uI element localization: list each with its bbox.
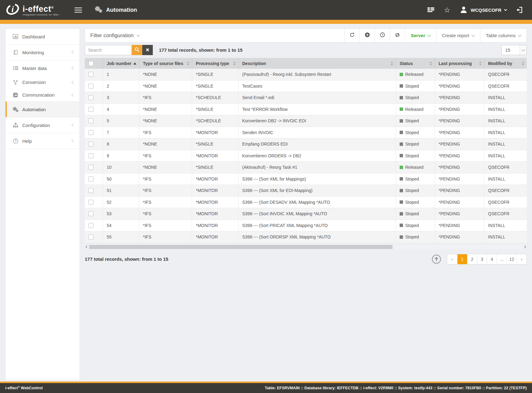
table-row[interactable]: 53*IFS*MONITORS398 --- (Sort INVOIC XML … xyxy=(85,208,527,220)
column-header-description[interactable]: Description xyxy=(238,58,396,69)
table-row[interactable]: 4*NONE*SINGLETest *ERROR WorkflowRelease… xyxy=(85,104,527,116)
filter-configuration-menu[interactable]: Filter configuration xyxy=(85,33,139,39)
row-checkbox[interactable] xyxy=(88,84,93,89)
row-checkbox[interactable] xyxy=(88,72,93,77)
cell-job-number: 52 xyxy=(103,197,139,208)
cell-source-type: *IFS xyxy=(139,197,192,208)
table-row[interactable]: 54*IFS*MONITORS398 --- (Sort PRICAT XML … xyxy=(85,220,527,232)
page-button-12[interactable]: 12 xyxy=(507,254,517,264)
sidebar-item-conversion[interactable]: Conversion xyxy=(6,76,79,89)
user-menu[interactable]: WCQSECOFR xyxy=(460,6,507,14)
row-checkbox[interactable] xyxy=(88,118,93,123)
add-button[interactable] xyxy=(359,29,375,42)
search-button[interactable] xyxy=(132,45,142,55)
column-header-modified-by[interactable]: Modified by xyxy=(484,58,527,69)
next-page-button[interactable]: › xyxy=(517,254,526,264)
table-row[interactable]: 5*NONE*SCHEDULEKonvertieren DB2 -> INVOI… xyxy=(85,115,527,127)
row-checkbox[interactable] xyxy=(88,223,93,228)
table-row[interactable]: 3*IFS*SCHEDULESend Email *.ediStoped*PEN… xyxy=(85,92,527,104)
hamburger-icon[interactable] xyxy=(75,6,82,14)
logout-icon[interactable] xyxy=(516,6,523,14)
row-checkbox[interactable] xyxy=(88,177,93,181)
communication-icon xyxy=(12,93,19,98)
cell-description: Empfang ORDERS EDI xyxy=(238,138,396,150)
app-logo[interactable]: i i-effect® integrated solutions for IBM… xyxy=(0,2,70,18)
table-row[interactable]: 10*NONE*SINGLE(Aktivaufruf) - Reorg Task… xyxy=(85,162,527,173)
previous-page-button[interactable]: ‹ xyxy=(447,254,457,264)
clear-search-button[interactable] xyxy=(142,45,153,55)
scrollbar-track[interactable] xyxy=(89,245,522,249)
scroll-left-icon[interactable] xyxy=(85,246,89,248)
scroll-right-icon[interactable] xyxy=(522,246,527,248)
cell-job-number: 50 xyxy=(103,173,139,185)
row-checkbox[interactable] xyxy=(88,200,93,205)
sidebar-item-help[interactable]: ? Help xyxy=(6,133,79,149)
row-checkbox[interactable] xyxy=(88,107,93,112)
select-all-checkbox[interactable] xyxy=(88,61,93,66)
brand-name: i-effect® xyxy=(23,4,59,13)
back-to-top-button[interactable] xyxy=(431,254,441,264)
row-checkbox[interactable] xyxy=(88,130,93,135)
row-checkbox[interactable] xyxy=(88,153,93,158)
row-checkbox[interactable] xyxy=(88,165,93,170)
cell-status: Stoped xyxy=(396,127,435,138)
table-row[interactable]: 8*NONE*SINGLEEmpfang ORDERS EDIStoped*PE… xyxy=(85,138,527,150)
scrollbar-thumb[interactable] xyxy=(89,245,393,249)
column-header-processing-type[interactable]: Processing type xyxy=(192,58,238,69)
table-row[interactable]: 55*IFS*MONITORS398 --- (Sort ORDRSP XML … xyxy=(85,231,527,243)
svg-text:i: i xyxy=(11,5,14,14)
cell-description: (Passivaufruf) - Reorg inkl. Subsystem R… xyxy=(238,69,396,80)
page-button-1[interactable]: 1 xyxy=(457,254,467,264)
chevron-left-icon xyxy=(71,93,75,97)
star-icon[interactable]: ☆ xyxy=(444,7,450,13)
table-row[interactable]: 52*IFS*MONITORS398 --- (Sort DESADV XML … xyxy=(85,197,527,208)
chevron-left-icon xyxy=(71,139,75,142)
table-row[interactable]: 9*IFS*MONITORKonvertieren ORDERS -> DB2S… xyxy=(85,150,527,162)
status-label: Stoped xyxy=(405,130,419,135)
row-checkbox[interactable] xyxy=(88,95,93,100)
cell-processing-type: *MONITOR xyxy=(192,150,238,162)
sidebar-item-communication[interactable]: Communication xyxy=(6,89,79,101)
cell-modified-by: INSTALL xyxy=(484,138,527,150)
row-select-cell xyxy=(85,162,103,173)
sidebar-item-dashboard[interactable]: Dashboard xyxy=(6,29,79,44)
page-button-2[interactable]: 2 xyxy=(467,254,477,264)
row-checkbox[interactable] xyxy=(88,234,93,239)
cell-processing-type: *MONITOR xyxy=(192,208,238,220)
chevron-left-icon xyxy=(71,50,75,54)
page-button-3[interactable]: 3 xyxy=(477,254,487,264)
table-row[interactable]: 50*IFS*MONITORS398 --- (Sort XML for Map… xyxy=(85,173,527,185)
sidebar-item-configuration[interactable]: Configuration xyxy=(6,117,79,133)
cell-last-processing: *PENDING xyxy=(435,220,484,231)
row-checkbox[interactable] xyxy=(88,188,93,193)
cell-job-number: 5 xyxy=(103,115,139,127)
statusbar-product: i-effect® WebControl xyxy=(5,386,43,390)
server-menu[interactable]: Server xyxy=(405,29,436,42)
table-row[interactable]: 7*IFS*MONITORSenden INVOICStoped*PENDING… xyxy=(85,127,527,139)
history-button[interactable] xyxy=(375,29,390,42)
table-row[interactable]: 2*NONE*SINGLETestCasesStoped*PENDINGQSEC… xyxy=(85,81,527,92)
column-header-job-number[interactable]: Job number xyxy=(103,58,139,69)
column-header-source-type[interactable]: Type of source files xyxy=(139,58,192,69)
page-button-4[interactable]: 4 xyxy=(487,254,497,264)
sidebar-item-master-data[interactable]: Master data xyxy=(6,60,79,76)
filter-toolbar: Filter configuration xyxy=(85,28,527,42)
row-checkbox[interactable] xyxy=(88,211,93,216)
transfer-button[interactable] xyxy=(390,29,405,42)
page-button-...[interactable]: ... xyxy=(497,254,507,264)
column-header-status[interactable]: Status xyxy=(396,58,435,69)
cell-status: Stoped xyxy=(396,185,435,196)
sidebar-item-monitoring[interactable]: Monitoring xyxy=(6,45,79,60)
page-size-select[interactable]: 15 xyxy=(501,45,527,55)
refresh-button[interactable] xyxy=(344,29,359,42)
search-input[interactable] xyxy=(85,45,132,55)
cell-last-processing: *PENDING xyxy=(435,231,484,243)
table-row[interactable]: 1*NONE*SINGLE(Passivaufruf) - Reorg inkl… xyxy=(85,69,527,81)
sidebar-item-automation[interactable]: Automation xyxy=(6,102,79,117)
create-report-menu[interactable]: Create report xyxy=(436,29,480,42)
row-checkbox[interactable] xyxy=(88,142,93,146)
server-list-icon[interactable] xyxy=(427,7,435,13)
table-columns-menu[interactable]: Table columns xyxy=(480,29,526,42)
column-header-last-processing[interactable]: Last processing xyxy=(435,58,484,69)
table-row[interactable]: 51*IFS*MONITORS398 --- (Sort XML for EDI… xyxy=(85,185,527,197)
